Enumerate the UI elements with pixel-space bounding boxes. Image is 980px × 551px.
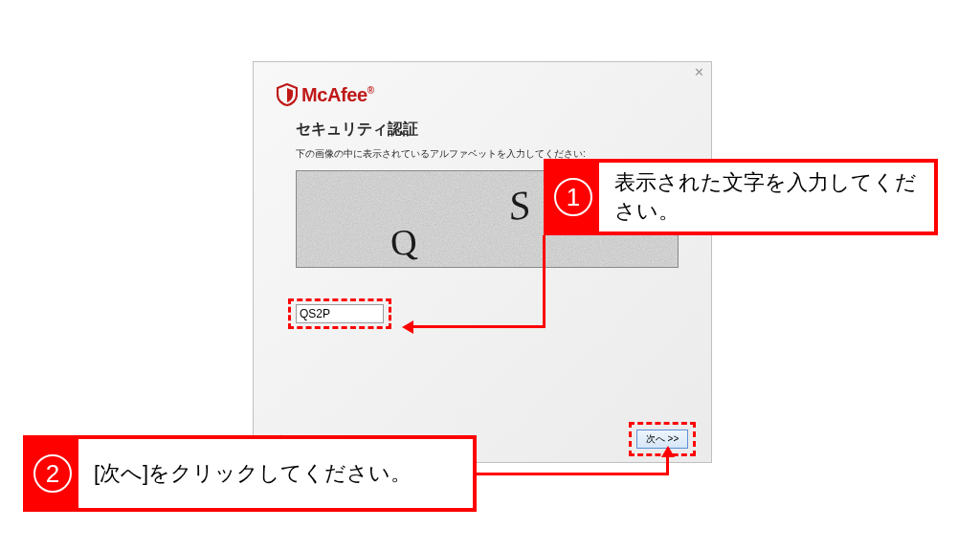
brand-name: McAfee®: [301, 84, 374, 106]
callout-text: [次へ]をクリックしてください。: [78, 439, 427, 508]
dialog-heading: セキュリティ認証: [296, 120, 688, 140]
titlebar[interactable]: [254, 62, 711, 83]
callout-number-badge: 2: [27, 439, 78, 508]
callout-step-2: 2 [次へ]をクリックしてください。: [23, 435, 477, 512]
captcha-input[interactable]: [296, 304, 384, 323]
callout-number-badge: 1: [547, 163, 599, 231]
callout-text: 表示された文字を入力してください。: [599, 163, 934, 231]
brand-logo: McAfee®: [254, 83, 711, 106]
captcha-char: Q: [389, 220, 418, 264]
close-icon[interactable]: ✕: [690, 64, 707, 81]
connector-line: [477, 473, 668, 475]
shield-icon: [277, 83, 298, 106]
callout-step-1: 1 表示された文字を入力してください。: [544, 159, 938, 235]
next-button[interactable]: 次へ >>: [636, 430, 688, 449]
security-verification-dialog: ✕ McAfee® セキュリティ認証 下の画像の中に表示されているアルファベット…: [253, 61, 712, 463]
